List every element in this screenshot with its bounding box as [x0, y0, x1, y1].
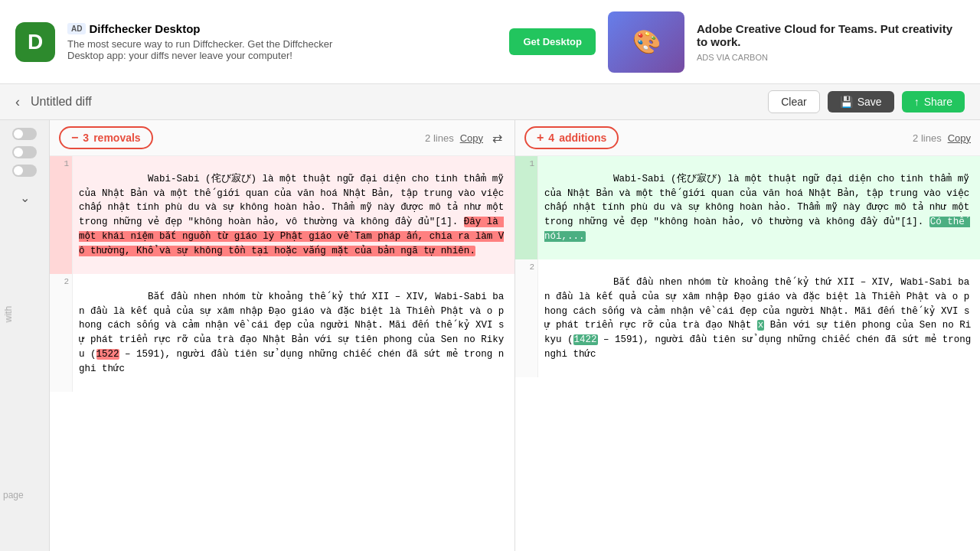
- save-button[interactable]: 💾 Save: [828, 91, 894, 112]
- right-diff-panel: + 4 additions 2 lines Copy 1 Wabi-Sabi (…: [515, 120, 980, 551]
- save-label: Save: [858, 96, 882, 108]
- left-copy-button[interactable]: Copy: [460, 132, 483, 144]
- line-content: Wabi-Sabi (侘び寂び) là một thuật ngữ đại di…: [73, 156, 514, 274]
- ad-right-title: Adobe Creative Cloud for Teams. Put crea…: [697, 22, 965, 48]
- clear-button[interactable]: Clear: [768, 90, 819, 113]
- line-number: 2: [50, 274, 73, 392]
- right-panel-header: + 4 additions 2 lines Copy: [515, 120, 980, 156]
- ad-title: Diffchecker Desktop: [89, 22, 200, 35]
- line-number: 1: [515, 156, 538, 259]
- page-title: Untitled diff: [31, 95, 760, 109]
- share-button[interactable]: ↑ Share: [902, 91, 965, 112]
- removals-count: 3: [83, 132, 89, 144]
- right-lines-count: 2 lines: [913, 132, 942, 144]
- back-button[interactable]: ‹: [15, 94, 20, 110]
- left-lines-count: 2 lines: [425, 132, 454, 144]
- toggle-3[interactable]: [12, 165, 37, 177]
- line-content: Bắt đầu nhen nhóm từ khoảng thế kỷ thứ X…: [73, 274, 514, 392]
- line-content: Wabi-Sabi (侘び寂び) là một thuật ngữ đại di…: [538, 156, 980, 259]
- with-label: with: [3, 306, 14, 322]
- table-row: 1 Wabi-Sabi (侘び寂び) là một thuật ngữ đại …: [50, 156, 514, 274]
- left-diff-panel: − 3 removals 2 lines Copy ⇄ 1 Wabi-Sabi …: [50, 120, 515, 551]
- table-row: 2 Bắt đầu nhen nhóm từ khoảng thế kỷ thứ…: [515, 259, 980, 377]
- plus-icon: +: [537, 131, 544, 145]
- table-row: 1 Wabi-Sabi (侘び寂び) là một thuật ngữ đại …: [515, 156, 980, 259]
- ad-description: The most secure way to run Diffchecker. …: [67, 38, 335, 61]
- diff-container: character ⌄ − 3 removals 2 lines Copy ⇄: [0, 120, 980, 551]
- added-highlight-year: 1422: [573, 334, 598, 345]
- page-label: page: [3, 490, 24, 500]
- minus-icon: −: [71, 131, 78, 145]
- right-panel-content: 1 Wabi-Sabi (侘び寂び) là một thuật ngữ đại …: [515, 156, 980, 551]
- line-number: 1: [50, 156, 73, 274]
- toolbar: ‹ Untitled diff Clear 💾 Save ↑ Share: [0, 84, 980, 120]
- ad-image: 🎨: [608, 11, 684, 73]
- toggle-2[interactable]: [12, 146, 37, 158]
- ad-banner: D AD Diffchecker Desktop The most secure…: [0, 0, 980, 84]
- removals-badge: − 3 removals: [59, 126, 153, 149]
- removals-label: removals: [93, 132, 140, 144]
- line-number: 2: [515, 259, 538, 377]
- additions-badge: + 4 additions: [524, 126, 619, 149]
- share-icon: ↑: [914, 96, 920, 108]
- added-highlight: Có thể nói,...: [544, 217, 970, 242]
- removed-highlight: Đây là một khái niệm bắt nguồn từ giáo l…: [79, 217, 504, 256]
- left-panel-content: 1 Wabi-Sabi (侘び寂び) là một thuật ngữ đại …: [50, 156, 514, 551]
- chevron-down-icon[interactable]: ⌄: [20, 191, 30, 205]
- table-row: 2 Bắt đầu nhen nhóm từ khoảng thế kỷ thứ…: [50, 274, 514, 392]
- line-content: Bắt đầu nhen nhóm từ khoảng thế kỷ thứ X…: [538, 259, 980, 377]
- left-panel-header: − 3 removals 2 lines Copy ⇄: [50, 120, 514, 156]
- additions-count: 4: [548, 132, 554, 144]
- additions-label: additions: [559, 132, 606, 144]
- toggle-1[interactable]: [12, 128, 37, 140]
- diff-panels: − 3 removals 2 lines Copy ⇄ 1 Wabi-Sabi …: [50, 120, 980, 551]
- ad-right-content: Adobe Creative Cloud for Teams. Put crea…: [697, 22, 965, 62]
- left-sidebar: character ⌄: [0, 120, 50, 551]
- ad-via: ADS VIA CARBON: [697, 53, 768, 62]
- removed-highlight-year: 1522: [96, 349, 119, 360]
- ad-badge: AD: [67, 23, 86, 34]
- share-label: Share: [924, 96, 952, 108]
- diffchecker-logo: D: [15, 22, 55, 62]
- right-copy-button[interactable]: Copy: [948, 132, 971, 144]
- get-desktop-button[interactable]: Get Desktop: [509, 28, 596, 55]
- ad-text: AD Diffchecker Desktop The most secure w…: [67, 22, 497, 61]
- added-highlight-x: x: [757, 320, 765, 331]
- save-icon: 💾: [840, 96, 853, 108]
- sync-icon[interactable]: ⇄: [492, 131, 502, 145]
